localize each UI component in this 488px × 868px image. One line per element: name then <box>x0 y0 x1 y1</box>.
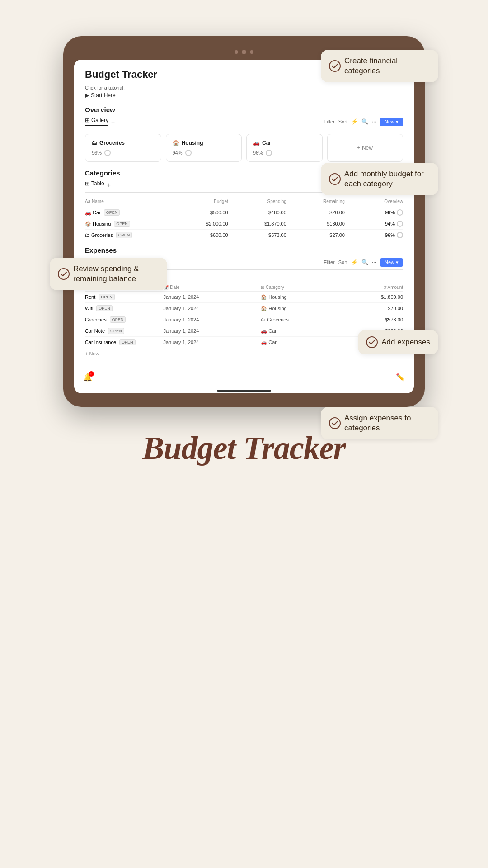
tablet-dot-2 <box>242 50 246 54</box>
callout-1-text: Create financial categories <box>344 56 430 76</box>
housing-cat-circle <box>397 221 403 227</box>
callout-add-budget: Add monthly budget for each category <box>321 163 438 195</box>
car-cat-circle <box>397 209 403 216</box>
exp-more-icon[interactable]: ··· <box>372 259 376 265</box>
col-header-budget: Budget <box>172 199 228 204</box>
search-icon[interactable]: 🔍 <box>361 118 368 125</box>
callout-review-spending: Review spending & remaining balance <box>50 258 167 290</box>
groceries-row-icon: 🗂 <box>85 232 90 238</box>
callout-add-expenses: Add expenses <box>358 330 438 354</box>
car-insurance-cat-icon: 🚗 <box>261 340 267 345</box>
sort-btn[interactable]: Sort <box>338 119 347 124</box>
col-header-name: Aa Name <box>85 199 170 204</box>
overview-new-btn[interactable]: New ▾ <box>380 118 403 126</box>
notification-icon[interactable]: 🔔 2 <box>83 373 92 382</box>
housing-icon: 🏠 <box>173 140 179 146</box>
add-new-card[interactable]: + New <box>327 134 404 162</box>
expense-row-groceries[interactable]: Groceries OPEN January 1, 2024 🗂 Groceri… <box>85 314 403 326</box>
expenses-new-btn[interactable]: New ▾ <box>380 258 403 267</box>
expense-row-car-insurance[interactable]: Car Insurance OPEN January 1, 2024 🚗 Car… <box>85 337 403 348</box>
callout-create-categories: Create financial categories <box>321 50 438 82</box>
expense-row-wifi[interactable]: Wifi OPEN January 1, 2024 🏠 Housing $70.… <box>85 303 403 314</box>
category-row-car[interactable]: 🚗 Car OPEN $500.00 $480.00 $20.00 96% <box>85 207 403 218</box>
exp-search-icon[interactable]: 🔍 <box>361 259 368 265</box>
wifi-cat-icon: 🏠 <box>261 306 267 311</box>
rent-open-badge[interactable]: OPEN <box>99 294 115 300</box>
wifi-open-badge[interactable]: OPEN <box>96 305 113 311</box>
lightning-icon[interactable]: ⚡ <box>351 118 358 125</box>
housing-card[interactable]: 🏠 Housing 94% <box>166 134 242 162</box>
home-bar <box>74 390 414 392</box>
compose-icon[interactable]: ✏️ <box>396 373 405 382</box>
groceries-icon: 🗂 <box>92 140 97 146</box>
more-icon[interactable]: ··· <box>372 118 376 125</box>
car-progress-circle <box>266 150 272 156</box>
expenses-section-title: Expenses <box>85 246 403 254</box>
tablet-dot-3 <box>250 50 253 54</box>
category-row-groceries[interactable]: 🗂 Groceries OPEN $600.00 $573.00 $27.00 … <box>85 230 403 241</box>
callout-4-text: Add expenses <box>381 337 430 347</box>
svg-point-0 <box>329 61 340 71</box>
svg-point-4 <box>329 418 340 429</box>
groceries-open-badge[interactable]: OPEN <box>116 232 132 238</box>
housing-progress-circle <box>185 150 192 156</box>
col-header-overview: Overview <box>347 199 403 204</box>
exp-lightning-icon[interactable]: ⚡ <box>351 259 358 265</box>
housing-open-badge[interactable]: OPEN <box>114 221 130 227</box>
categories-table-tab[interactable]: ⊞ Table <box>85 180 104 189</box>
overview-tab-bar: ⊞ Gallery + Filter Sort ⚡ 🔍 ··· New ▾ <box>85 117 403 129</box>
callout-5-text: Assign expenses to categories <box>344 413 430 433</box>
callout-2-text: Add monthly budget for each category <box>344 169 430 189</box>
start-here[interactable]: ▶ Start Here <box>85 92 403 99</box>
svg-point-2 <box>58 269 69 279</box>
category-row-housing[interactable]: 🏠 Housing OPEN $2,000.00 $1,870.00 $130.… <box>85 218 403 230</box>
svg-point-3 <box>366 337 377 348</box>
car-note-cat-icon: 🚗 <box>261 328 267 334</box>
tablet-dot-1 <box>235 50 238 54</box>
col-header-spending: Spending <box>230 199 286 204</box>
housing-row-icon: 🏠 <box>85 221 91 227</box>
screen-bottom-bar: 🔔 2 ✏️ <box>74 368 414 386</box>
groceries-cat-circle <box>397 232 403 238</box>
car-icon: 🚗 <box>253 140 260 146</box>
groceries-exp-open-badge[interactable]: OPEN <box>110 316 126 323</box>
car-row-icon: 🚗 <box>85 210 91 216</box>
callout-assign-expenses: Assign expenses to categories <box>321 407 438 439</box>
car-card[interactable]: 🚗 Car 96% <box>246 134 323 162</box>
car-insurance-open-badge[interactable]: OPEN <box>119 339 136 345</box>
car-open-badge[interactable]: OPEN <box>104 209 120 216</box>
gallery-cards-row: 🗂 Groceries 96% 🏠 Housing <box>85 134 403 162</box>
gallery-tab[interactable]: ⊞ Gallery <box>85 117 108 126</box>
categories-table-header: Aa Name Budget Spending Remaining Overvi… <box>85 197 403 206</box>
filter-btn[interactable]: Filter <box>324 119 334 124</box>
groceries-exp-cat-icon: 🗂 <box>261 317 266 322</box>
big-title: Budget Tracker <box>142 429 345 467</box>
rent-cat-icon: 🏠 <box>261 294 267 300</box>
exp-filter-btn[interactable]: Filter <box>324 259 334 265</box>
svg-point-1 <box>329 174 340 184</box>
home-indicator <box>217 390 271 392</box>
expense-row-rent[interactable]: Rent OPEN January 1, 2024 🏠 Housing $1,8… <box>85 292 403 303</box>
expenses-add-new[interactable]: + New <box>85 348 403 359</box>
col-header-remaining: Remaining <box>288 199 345 204</box>
overview-section-title: Overview <box>85 106 403 113</box>
tutorial-link[interactable]: Click for a tutorial. <box>85 85 403 90</box>
groceries-progress-circle <box>104 150 111 156</box>
expense-row-car-note[interactable]: Car Note OPEN January 1, 2024 🚗 Car $300… <box>85 326 403 337</box>
car-note-open-badge[interactable]: OPEN <box>108 328 124 334</box>
callout-3-text: Review spending & remaining balance <box>73 264 159 284</box>
groceries-card[interactable]: 🗂 Groceries 96% <box>85 134 161 162</box>
exp-sort-btn[interactable]: Sort <box>338 259 347 265</box>
